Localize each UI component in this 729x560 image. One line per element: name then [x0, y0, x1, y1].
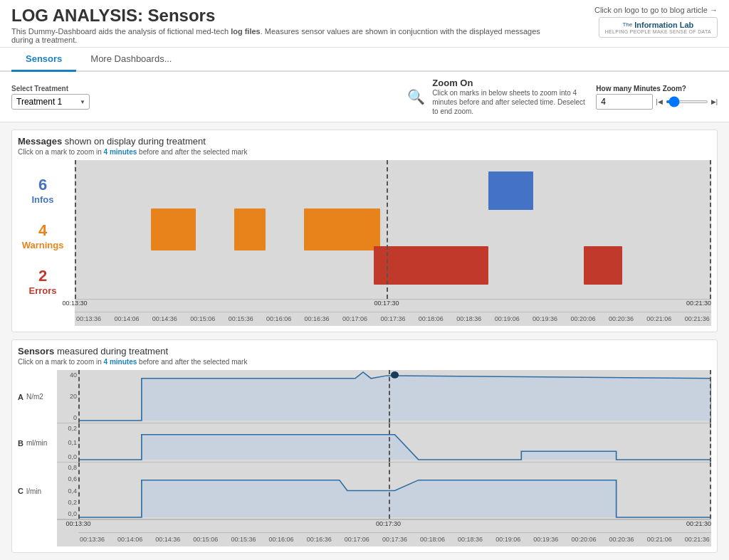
- sen-tb-12: 00:19:36: [533, 536, 558, 543]
- time-b-2: 00:14:36: [152, 315, 177, 322]
- warnings-count: 4: [38, 221, 47, 240]
- warning-bar-3[interactable]: [304, 208, 380, 250]
- sensor-a-y-0: 0: [73, 414, 77, 421]
- sen-sub-pre: Click on a mark to zoom in: [18, 358, 104, 366]
- sensor-b-yaxis: 0,2 0,1 0,0: [57, 423, 78, 462]
- dashed-line-right: [710, 160, 711, 299]
- infos-count: 6: [38, 176, 47, 194]
- sen-tb-14: 00:20:36: [609, 536, 634, 543]
- sen-time-top-2: 00:21:30: [686, 520, 711, 527]
- time-b-3: 00:15:06: [190, 315, 215, 322]
- sen-tb-10: 00:18:36: [458, 536, 483, 543]
- blog-link[interactable]: Click on logo to go to blog article →: [594, 6, 718, 14]
- warning-bar-2[interactable]: [234, 208, 266, 250]
- sensor-b-name: B: [18, 439, 23, 448]
- sensor-a-point: [391, 371, 399, 379]
- zoom-slider[interactable]: [666, 100, 708, 103]
- messages-panel-title: Messages shown on display during treatme…: [18, 136, 711, 147]
- messages-panel-subtitle: Click on a mark to zoom in 4 minutes bef…: [18, 148, 711, 156]
- subtitle-pre: This Dummy-Dashboard aids the analysis o…: [11, 27, 231, 36]
- treatment-select-group: Select Treatment Treatment 1 Treatment 2…: [11, 85, 90, 110]
- sensor-a-yaxis: 40 20 0: [57, 370, 78, 423]
- tab-more-dashboards[interactable]: More Dashboards...: [76, 48, 186, 72]
- sen-tb-11: 00:19:06: [495, 536, 520, 543]
- legend-warnings: 4 Warnings: [18, 221, 68, 250]
- warnings-label: Warnings: [22, 240, 64, 250]
- messages-chart-wrapper: 00:13:30 00:17:30 00:21:30 00:13:36 00:1…: [75, 160, 711, 326]
- sensor-c-unit: l/min: [26, 487, 41, 495]
- sensor-a-y-40: 40: [70, 371, 77, 379]
- logo-name: Information Lab: [634, 21, 693, 29]
- sensors-chart-container: 40 20 0: [57, 370, 711, 546]
- sensor-c-y-00: 0,0: [68, 510, 77, 517]
- subtitle-bold: log files: [231, 27, 261, 36]
- sen-tb-8: 00:17:36: [382, 536, 407, 543]
- messages-title-normal: shown on display during treatment: [65, 136, 206, 147]
- zoom-minutes: How many Minutes Zoom? |◀ ▶|: [596, 85, 718, 110]
- zoom-slider-row: |◀ ▶|: [596, 94, 718, 110]
- sen-tb-15: 00:21:06: [647, 536, 672, 543]
- time-b-6: 00:16:36: [305, 315, 330, 322]
- legend-infos: 6 Infos: [18, 176, 68, 205]
- sensor-b-y-01: 0,1: [68, 439, 77, 446]
- info-lab-logo[interactable]: The Information Lab HELPING PEOPLE MAKE …: [599, 17, 718, 38]
- sensor-b-unit: ml/min: [26, 439, 47, 447]
- zoom-section: 🔍 Zoom On Click on marks in below sheets…: [407, 78, 718, 116]
- sensor-a-plot[interactable]: [78, 370, 711, 423]
- sensor-c-svg: [78, 463, 711, 519]
- zoom-desc: Click on marks in below sheets to zoom i…: [432, 88, 589, 116]
- time-b-16: 00:21:36: [685, 315, 710, 322]
- header-right: Click on logo to go to blog article → Th…: [594, 6, 718, 38]
- zoom-minutes-label: How many Minutes Zoom?: [596, 85, 718, 93]
- time-b-0: 00:13:36: [76, 315, 101, 322]
- time-b-5: 00:16:06: [266, 315, 291, 322]
- logo-tagline: HELPING PEOPLE MAKE SENSE OF DATA: [605, 29, 711, 34]
- time-b-8: 00:17:36: [380, 315, 405, 322]
- sensor-b-y-02: 0,2: [68, 425, 77, 432]
- messages-panel: Messages shown on display during treatme…: [11, 130, 718, 332]
- error-bar-1[interactable]: [374, 246, 488, 285]
- sen-tb-5: 00:16:06: [269, 536, 294, 543]
- info-bar-1[interactable]: [488, 171, 533, 211]
- sen-tb-3: 00:15:06: [193, 536, 218, 543]
- legend-errors: 2 Errors: [18, 267, 68, 296]
- treatment-select[interactable]: Treatment 1 Treatment 2 Treatment 3: [11, 94, 90, 110]
- time-b-7: 00:17:06: [342, 315, 367, 322]
- messages-chart-area: 6 Infos 4 Warnings 2 Errors: [18, 160, 711, 326]
- sensor-b-plot[interactable]: [78, 423, 711, 462]
- sen-tb-2: 00:14:36: [155, 536, 180, 543]
- sen-sub-highlight: 4 minutes: [104, 358, 137, 366]
- dashed-line-mid: [387, 160, 388, 299]
- sensors-panel-title: Sensors measured during treatment: [18, 346, 711, 356]
- sensors-title-normal: measured during treatment: [57, 346, 168, 356]
- time-b-11: 00:19:06: [495, 315, 520, 322]
- sensor-b-y-00: 0,0: [68, 453, 77, 460]
- time-b-1: 00:14:06: [114, 315, 139, 322]
- sensor-a-unit: N/m2: [26, 393, 43, 401]
- errors-label: Errors: [28, 285, 56, 296]
- sensor-a-svg: [78, 370, 711, 423]
- warning-bar-1[interactable]: [151, 208, 196, 250]
- time-b-12: 00:19:36: [533, 315, 557, 322]
- error-bar-2[interactable]: [584, 246, 622, 285]
- sen-tb-16: 00:21:36: [685, 536, 710, 543]
- sensors-title-bold: Sensors: [18, 346, 54, 356]
- sensors-panel-subtitle: Click on a mark to zoom in 4 minutes bef…: [18, 358, 711, 366]
- zoom-icon: 🔍: [407, 88, 425, 105]
- zoom-minutes-input[interactable]: [596, 94, 653, 110]
- sensor-c-y-02: 0,2: [68, 499, 77, 506]
- tab-sensors[interactable]: Sensors: [11, 48, 76, 72]
- slider-min: |◀: [656, 98, 662, 105]
- select-wrapper: Treatment 1 Treatment 2 Treatment 3: [11, 94, 90, 110]
- toolbar: Select Treatment Treatment 1 Treatment 2…: [0, 72, 729, 122]
- infos-label: Infos: [31, 194, 53, 205]
- sensor-b-label: B ml/min: [18, 423, 57, 463]
- sen-tb-9: 00:18:06: [420, 536, 445, 543]
- sen-time-top-0: 00:13:30: [65, 520, 90, 527]
- sensor-a-row: 40 20 0: [57, 370, 711, 423]
- header-subtitle: This Dummy-Dashboard aids the analysis o…: [11, 27, 545, 44]
- sensor-c-y-08: 0,8: [68, 464, 77, 471]
- time-b-10: 00:18:36: [456, 315, 481, 322]
- time-b-15: 00:21:06: [646, 315, 671, 322]
- sensor-c-plot[interactable]: [78, 463, 711, 519]
